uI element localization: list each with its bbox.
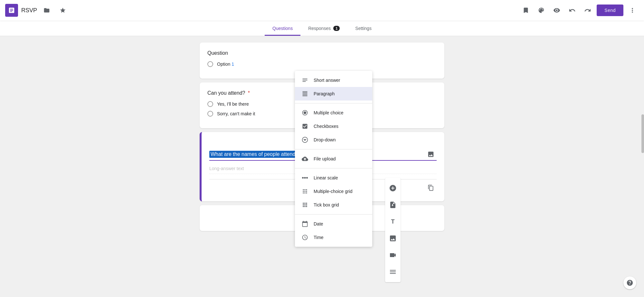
svg-rect-16 (303, 203, 304, 204)
image-button[interactable] (425, 148, 437, 160)
topbar-right: Send (519, 4, 639, 17)
divider-3 (295, 168, 372, 168)
svg-rect-23 (304, 206, 305, 207)
linear-scale-label: Linear scale (314, 175, 338, 180)
tab-responses[interactable]: Responses 1 (300, 22, 347, 36)
app-title: RSVP (21, 7, 37, 14)
radio-circle-yes (207, 101, 213, 107)
dropdown-short-answer[interactable]: Short answer (295, 73, 372, 87)
radio-circle (207, 61, 213, 67)
mc-grid-label: Multiple-choice grid (314, 189, 353, 194)
undo-icon[interactable] (566, 4, 579, 17)
file-upload-label: File upload (314, 156, 336, 161)
dropdown-checkboxes[interactable]: Checkboxes (295, 120, 372, 133)
short-answer-label: Short answer (314, 78, 340, 83)
fab-add-question[interactable] (385, 180, 401, 196)
fab-add-title[interactable]: T (385, 214, 401, 229)
svg-rect-24 (306, 206, 307, 207)
divider-1 (295, 103, 372, 103)
svg-point-14 (304, 192, 305, 193)
svg-point-7 (303, 189, 304, 190)
send-button[interactable]: Send (597, 5, 623, 16)
multiple-choice-label: Multiple choice (314, 110, 344, 115)
dropdown-date[interactable]: Date (295, 217, 372, 231)
more-options-icon[interactable] (626, 4, 639, 17)
svg-point-9 (306, 189, 307, 190)
question-type-dropdown: Short answer Paragraph Multiple choice C… (295, 71, 372, 247)
palette-icon[interactable] (535, 4, 548, 17)
tab-settings[interactable]: Settings (347, 22, 379, 36)
option-row-1: Option 1 (207, 61, 437, 67)
bookmark-icon[interactable] (519, 4, 532, 17)
responses-badge: 1 (333, 26, 340, 31)
divider-4 (295, 214, 372, 215)
help-button[interactable] (623, 276, 636, 289)
svg-point-1 (304, 111, 306, 114)
svg-point-10 (303, 191, 304, 192)
preview-icon[interactable] (550, 4, 563, 17)
svg-rect-21 (306, 204, 307, 205)
divider-2 (295, 149, 372, 149)
tabs-bar: Questions Responses 1 Settings (0, 21, 644, 36)
tick-box-grid-icon (301, 201, 308, 208)
time-label: Time (314, 235, 324, 240)
svg-rect-22 (303, 206, 304, 207)
dropdown-dropdown[interactable]: Drop-down (295, 133, 372, 147)
dropdown-time[interactable]: Time (295, 231, 372, 244)
svg-rect-18 (306, 203, 307, 204)
folder-icon[interactable] (40, 4, 53, 17)
svg-point-11 (304, 191, 305, 192)
copy-icon-button[interactable] (425, 182, 437, 194)
checkboxes-label: Checkboxes (314, 124, 338, 129)
fab-add-image[interactable] (385, 231, 401, 246)
fab-add-section[interactable] (385, 264, 401, 280)
star-icon[interactable] (56, 4, 69, 17)
redo-icon[interactable] (581, 4, 594, 17)
dropdown-multiple-choice[interactable]: Multiple choice (295, 106, 372, 120)
svg-point-4 (302, 177, 303, 178)
question-label-1: Question (207, 50, 437, 56)
dropdown-linear-scale[interactable]: Linear scale (295, 171, 372, 185)
checkboxes-icon (301, 123, 308, 130)
option-sorry-text: Sorry, can't make it (217, 111, 255, 116)
dropdown-file-upload[interactable]: File upload (295, 152, 372, 166)
mc-grid-icon (301, 188, 308, 195)
tick-box-grid-label: Tick box grid (314, 202, 339, 207)
app-icon (5, 4, 18, 17)
svg-rect-20 (304, 204, 305, 205)
fab-panel: T (385, 178, 401, 282)
paragraph-label: Paragraph (314, 91, 335, 96)
fab-import-question[interactable] (385, 197, 401, 213)
scrollbar-thumb[interactable] (641, 114, 644, 153)
tab-questions[interactable]: Questions (265, 22, 300, 36)
short-answer-icon (301, 77, 308, 84)
required-star: * (246, 90, 250, 96)
svg-point-12 (306, 191, 307, 192)
file-upload-icon (301, 155, 308, 162)
dropdown-icon (301, 136, 308, 143)
date-icon (301, 220, 308, 227)
date-label: Date (314, 221, 323, 226)
dropdown-mc-grid[interactable]: Multiple-choice grid (295, 185, 372, 198)
scrollbar-track (641, 36, 644, 297)
svg-point-5 (304, 177, 305, 178)
topbar: RSVP Send (0, 0, 644, 21)
svg-point-15 (306, 192, 307, 193)
paragraph-icon (301, 90, 308, 97)
dropdown-tick-box-grid[interactable]: Tick box grid (295, 198, 372, 212)
svg-rect-17 (304, 203, 305, 204)
multiple-choice-icon (301, 109, 308, 116)
option-yes-text: Yes, I'll be there (217, 101, 249, 107)
linear-scale-icon (301, 174, 308, 181)
dropdown-paragraph[interactable]: Paragraph (295, 87, 372, 101)
svg-rect-19 (303, 204, 304, 205)
time-icon (301, 234, 308, 241)
option-text-1: Option 1 (217, 62, 234, 67)
fab-add-video[interactable] (385, 247, 401, 263)
svg-point-13 (303, 192, 304, 193)
active-question-input[interactable]: What are the names of people attending? (209, 151, 307, 158)
radio-circle-sorry (207, 111, 213, 117)
app-logo: RSVP (5, 4, 69, 17)
main-content: Question Option 1 Can you attend? * Yes,… (0, 36, 644, 244)
svg-point-6 (307, 177, 308, 178)
